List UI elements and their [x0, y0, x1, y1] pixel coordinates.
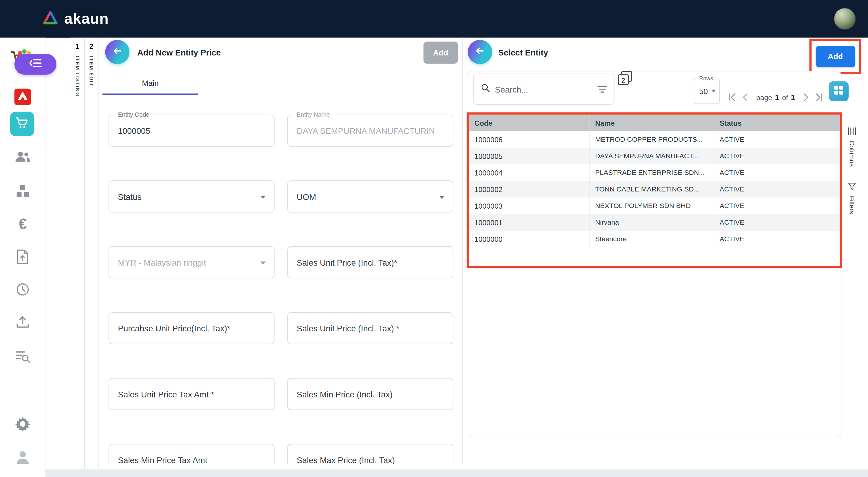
prev-page-button[interactable]: [741, 93, 750, 102]
columns-label: Columns: [848, 140, 856, 167]
cell-code: 1000006: [469, 131, 590, 148]
sales-unit-price-tax-amt-field[interactable]: Sales Unit Price Tax Amt *: [108, 378, 275, 410]
tab-bar: Main: [102, 72, 462, 95]
topbar: akaun: [0, 0, 868, 38]
field-label: Sales Max Price (Incl. Tax): [297, 455, 395, 464]
table-row[interactable]: 1000006 METROD COPPER PRODUCTS... ACTIVE: [469, 131, 840, 148]
table-row[interactable]: 1000005 DAYA SEMPURNA MANUFACT... ACTIVE: [469, 148, 840, 164]
app-window: akaun: [0, 0, 868, 477]
search-icon: [480, 83, 490, 95]
field-label: Sales Min Price Tax Amt: [118, 455, 207, 464]
shopping-cart-icon: [16, 117, 29, 131]
tab-number: 2: [89, 42, 93, 50]
sales-min-price-field[interactable]: Sales Min Price (Incl. Tax): [287, 378, 454, 410]
cell-status: ACTIVE: [714, 181, 840, 197]
table-row[interactable]: 1000004 PLASTRADE ENTERPRISE SDN... ACTI…: [469, 164, 840, 181]
horizontal-scrollbar[interactable]: [45, 470, 868, 477]
sidebar-item-upload[interactable]: [0, 315, 45, 331]
vertical-tab-item-edit[interactable]: 2 ITEM EDIT: [84, 38, 99, 470]
akaun-triangle-logo-icon: [42, 10, 59, 27]
entity-name-field: Entity Name DAYA SEMPURNA MANUFACTURIN: [287, 115, 454, 147]
columns-icon: [847, 127, 856, 137]
cell-name: Steencore: [590, 231, 714, 247]
menu-collapse-icon: [29, 58, 42, 70]
column-header-name[interactable]: Name: [590, 115, 714, 131]
purchase-unit-price-field[interactable]: Purcahse Unit Price(Incl. Tax)*: [108, 312, 275, 344]
sidebar-item-settings[interactable]: [0, 416, 45, 434]
grid-icon: [833, 85, 844, 98]
sidebar-item-products[interactable]: [0, 184, 45, 200]
sidebar-item-account[interactable]: [0, 449, 45, 467]
filter-list-icon[interactable]: [597, 85, 608, 93]
back-button[interactable]: [468, 40, 492, 64]
field-value: MYR - Malaysian ringgit: [118, 257, 206, 267]
status-select[interactable]: Status: [108, 180, 275, 212]
field-label: Sales Unit Price (Incl. Tax) *: [297, 323, 400, 333]
filters-button[interactable]: Filters: [845, 183, 859, 214]
sidebar-item-audit[interactable]: [0, 350, 45, 366]
vertical-tab-item-listing[interactable]: 1 ITEM LISTING: [70, 38, 84, 470]
person-icon: [15, 449, 30, 467]
back-button[interactable]: [105, 40, 130, 64]
cell-name: TONN CABLE MARKETING SD...: [590, 181, 714, 197]
annotation-add-button: Add: [809, 39, 862, 74]
table-row[interactable]: 1000000 Steencore ACTIVE: [469, 231, 840, 247]
tab-number: 1: [75, 42, 79, 50]
cell-status: ACTIVE: [714, 197, 840, 214]
next-page-button[interactable]: [801, 93, 810, 102]
cell-code: 1000000: [469, 231, 590, 247]
cell-code: 1000004: [469, 164, 590, 181]
first-page-button[interactable]: [727, 93, 736, 102]
user-avatar[interactable]: [834, 8, 856, 30]
chevron-down-icon: [438, 192, 445, 201]
table-row[interactable]: 1000003 NEXTOL POLYMER SDN BHD ACTIVE: [469, 197, 840, 214]
sidebar-item-documents[interactable]: [0, 249, 45, 267]
field-label: Entity Name: [294, 110, 333, 119]
add-button[interactable]: Add: [816, 46, 855, 67]
table-row[interactable]: 1000002 TONN CABLE MARKETING SD... ACTIV…: [469, 181, 840, 197]
cell-code: 1000003: [469, 197, 590, 214]
cell-name: NEXTOL POLYMER SDN BHD: [590, 197, 714, 214]
add-button-disabled[interactable]: Add: [424, 42, 458, 64]
sidebar-item-contacts[interactable]: [0, 151, 45, 165]
sidebar-item-pdf[interactable]: [14, 89, 31, 105]
column-header-status[interactable]: Status: [714, 115, 840, 131]
uom-select[interactable]: UOM: [287, 180, 454, 212]
search-bar: [473, 73, 614, 105]
columns-button[interactable]: Columns: [845, 127, 859, 167]
table-row[interactable]: 1000001 Nirvana ACTIVE: [469, 214, 840, 231]
grid-view-button[interactable]: [829, 82, 849, 101]
arrow-left-icon: [474, 45, 486, 59]
column-header-code[interactable]: Code: [469, 115, 590, 131]
sales-max-price-field[interactable]: Sales Max Price (Incl. Tax): [287, 444, 454, 464]
entity-code-field[interactable]: Entity Code 1000005: [108, 115, 275, 147]
field-label: Entity Code: [115, 110, 152, 119]
split-view-button[interactable]: 2: [617, 70, 633, 86]
last-page-button[interactable]: [815, 93, 824, 102]
field-value: 1000005: [118, 126, 150, 135]
sidebar-item-pos-active[interactable]: [10, 112, 34, 136]
field-label: Sales Unit Price (Incl. Tax)*: [297, 257, 397, 267]
sidebar-item-history[interactable]: [0, 282, 45, 299]
euro-icon: €: [19, 216, 27, 233]
brand-logo[interactable]: akaun: [42, 10, 108, 27]
search-list-icon: [15, 350, 30, 366]
table-header: Code Name Status: [469, 115, 840, 131]
field-label: Status: [118, 192, 142, 201]
tab-main[interactable]: Main: [102, 72, 198, 95]
sidebar-collapse-button[interactable]: [14, 54, 56, 75]
sidebar-item-currency[interactable]: €: [0, 216, 45, 233]
gear-icon: [15, 416, 30, 434]
people-icon: [14, 151, 31, 165]
currency-select: MYR - Malaysian ringgit: [108, 246, 275, 278]
sales-unit-price-incl-tax-field-2[interactable]: Sales Unit Price (Incl. Tax) *: [287, 312, 454, 344]
entity-table: Code Name Status 1000006 METROD COPPER P…: [469, 115, 840, 248]
sales-min-price-tax-amt-field[interactable]: Sales Min Price Tax Amt: [108, 444, 275, 464]
sidebar: €: [0, 38, 45, 477]
sales-unit-price-incl-tax-field[interactable]: Sales Unit Price (Incl. Tax)*: [287, 246, 454, 278]
search-input[interactable]: [495, 85, 593, 94]
rows-per-page-select[interactable]: Rows 50: [694, 79, 720, 104]
page-indicator: page 1 of 1: [756, 93, 795, 102]
chevron-down-icon: [260, 192, 266, 201]
field-label: UOM: [297, 192, 316, 201]
